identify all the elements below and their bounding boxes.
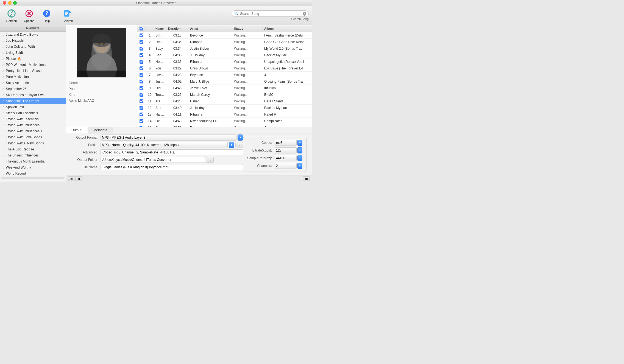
bitrate-select-wrap: 128 ▼ bbox=[275, 147, 302, 153]
convert-button[interactable]: Convert bbox=[60, 7, 76, 24]
sidebar-item-taylor-swift-essentials[interactable]: ♫ Taylor Swift Essentials bbox=[0, 116, 66, 122]
sidebar-item-the-shires-influences[interactable]: ♫ The Shires: Influences bbox=[0, 152, 66, 158]
sidebar-item-six-degrees-taylor-swift[interactable]: ♫ Six Degrees of Taylor Swif bbox=[0, 92, 66, 98]
row-checkbox-cell[interactable] bbox=[137, 52, 146, 58]
sidebar-item-taylor-swift-love-songs[interactable]: ♫ Taylor Swift: Love Songs bbox=[0, 134, 66, 140]
row-artist: Jamie Foxx bbox=[188, 85, 232, 91]
close-button[interactable] bbox=[3, 1, 6, 5]
help-button[interactable]: ? Help bbox=[38, 7, 55, 24]
row-checkbox-cell[interactable] bbox=[137, 33, 146, 38]
sidebar-scrollbar[interactable] bbox=[1, 177, 65, 179]
tab-metadata[interactable]: Metadata bbox=[88, 127, 113, 133]
samplerate-select[interactable]: 44100 bbox=[275, 155, 297, 161]
row-checkbox[interactable] bbox=[140, 106, 143, 110]
row-checkbox[interactable] bbox=[140, 86, 143, 90]
maximize-button[interactable] bbox=[13, 1, 17, 5]
row-checkbox-cell[interactable] bbox=[137, 85, 146, 91]
sidebar-item-taylor-swifts-new-songs[interactable]: ♫ Taylor Swift's "New Songs bbox=[0, 140, 66, 146]
sidebar-item-steely-dan-essentials[interactable]: ♫ Steely Dan Essentials bbox=[0, 110, 66, 116]
sidebar-item-living-spirit[interactable]: ♫ Living Spirit bbox=[0, 50, 66, 56]
sidebar-item-thelonious-monk-essential[interactable]: ♫ Thelonious Monk Essential bbox=[0, 158, 66, 164]
row-checkbox-cell[interactable] bbox=[137, 99, 146, 104]
footer-pause-button[interactable]: ⏸ bbox=[75, 176, 82, 181]
sidebar-item-spoken-text[interactable]: ♫ Spoken Text bbox=[0, 104, 66, 110]
codec-select[interactable]: mp3 bbox=[275, 140, 297, 146]
row-checkbox[interactable] bbox=[140, 99, 143, 103]
sidebar-item-sax-y-acordeon[interactable]: ♫ Sax y Acordeón bbox=[0, 80, 66, 86]
row-checkbox-cell[interactable] bbox=[137, 39, 146, 45]
window-controls[interactable] bbox=[3, 1, 17, 5]
channels-select[interactable]: 2 bbox=[275, 163, 297, 169]
row-name: Umbrella (feat. JAY Z) bbox=[154, 39, 166, 45]
footer-prev-button[interactable]: ⏮ bbox=[68, 176, 75, 181]
row-checkbox-cell[interactable] bbox=[137, 105, 146, 111]
options-button[interactable]: Options bbox=[21, 7, 37, 24]
row-checkbox[interactable] bbox=[140, 53, 143, 57]
channels-arrow[interactable]: ▼ bbox=[297, 163, 302, 169]
sidebar-item-pistear[interactable]: ♫ Pistear 🔥 bbox=[0, 56, 66, 62]
browse-button[interactable]: ... bbox=[206, 157, 214, 163]
row-artist: Nivea featuring Lil... bbox=[188, 118, 232, 124]
row-checkbox-cell[interactable] bbox=[137, 79, 146, 84]
row-checkbox[interactable] bbox=[140, 47, 143, 51]
search-input[interactable] bbox=[240, 12, 302, 16]
row-checkbox-cell[interactable] bbox=[137, 46, 146, 51]
profile-select[interactable]: MP3 - Normal Quality( 44100 Hz, stereo ,… bbox=[101, 142, 228, 148]
bitrate-arrow[interactable]: ▼ bbox=[297, 147, 302, 153]
row-checkbox-cell[interactable] bbox=[137, 112, 146, 117]
sidebar-item-pop-workout[interactable]: ♫ POP Workout - Motivationa bbox=[0, 62, 66, 68]
sidebar-item-pure-motivation[interactable]: ♫ Pure Motivation bbox=[0, 74, 66, 80]
row-checkbox[interactable] bbox=[140, 93, 143, 97]
output-format-select[interactable]: MP3 - MPEG-1 Audio Layer 3 bbox=[101, 135, 236, 141]
row-artist: Mariah Carey bbox=[188, 92, 232, 97]
row-name: Single Ladies (Put a Ring on It) bbox=[154, 33, 166, 38]
sidebar-item-jazz-david-bowie[interactable]: ♫ Jazz and David Bowie bbox=[0, 32, 66, 38]
row-checkbox-cell[interactable] bbox=[137, 92, 146, 97]
footer-end-button[interactable]: ⏭ bbox=[303, 176, 310, 181]
svg-point-17 bbox=[103, 43, 105, 45]
sidebar-item-pretty-little-liars[interactable]: ♫ Pretty Little Liars, Season bbox=[0, 68, 66, 74]
row-album: I Am... Sasha Fierce (Delu bbox=[263, 33, 312, 38]
sidebar-item-the-a-list-reggae[interactable]: ♫ The A-List: Reggae bbox=[0, 146, 66, 152]
row-checkbox[interactable] bbox=[140, 119, 143, 123]
sidebar-item-world-record[interactable]: ♫ World Record bbox=[0, 170, 66, 177]
search-clear-button[interactable]: ✕ bbox=[303, 12, 306, 16]
profile-arrow[interactable]: ▼ bbox=[229, 142, 234, 148]
row-checkbox[interactable] bbox=[140, 40, 143, 44]
bitrate-select[interactable]: 128 bbox=[275, 147, 297, 153]
row-album: Complicated bbox=[263, 118, 312, 124]
refresh-button[interactable]: Refresh bbox=[3, 7, 20, 24]
row-checkbox-cell[interactable] bbox=[137, 59, 146, 65]
row-checkbox[interactable] bbox=[140, 66, 143, 70]
file-name-input[interactable] bbox=[101, 164, 243, 170]
sidebar-item-taylor-swift-influences-1[interactable]: ♫ Taylor Swift: Influences 1 bbox=[0, 128, 66, 134]
sidebar-item-joe-hisaishi[interactable]: ♫ Joe Hisaishi bbox=[0, 38, 66, 44]
row-checkbox[interactable] bbox=[140, 60, 143, 64]
output-format-arrow[interactable]: ▼ bbox=[238, 135, 243, 141]
sidebar-item-weekend-worthy[interactable]: ♫ Weekend Worthy bbox=[0, 164, 66, 170]
output-folder-input[interactable] bbox=[101, 157, 205, 163]
advanced-input[interactable] bbox=[101, 149, 243, 155]
row-checkbox-cell[interactable] bbox=[137, 125, 146, 127]
row-checkbox-cell[interactable] bbox=[137, 118, 146, 124]
bottom-footer: ⏮ ⏸ ⏭ bbox=[66, 175, 312, 182]
profile-minus-button[interactable]: - bbox=[235, 142, 243, 148]
row-checkbox[interactable] bbox=[140, 80, 143, 83]
minimize-button[interactable] bbox=[8, 1, 12, 5]
codec-arrow[interactable]: ▼ bbox=[297, 140, 302, 146]
row-checkbox[interactable] bbox=[140, 113, 143, 116]
row-checkbox[interactable] bbox=[140, 73, 143, 77]
row-checkbox-cell[interactable] bbox=[137, 66, 146, 71]
sidebar-item-songbook-the-dream[interactable]: ♫ Songbook: The-Dream bbox=[0, 98, 66, 104]
sidebar-item-september-26[interactable]: ♫ September 26: bbox=[0, 86, 66, 92]
tab-output[interactable]: Output: bbox=[66, 127, 88, 133]
row-checkbox-cell[interactable] bbox=[137, 72, 146, 78]
row-checkbox[interactable] bbox=[140, 33, 143, 37]
select-all-checkbox[interactable] bbox=[140, 27, 143, 30]
sidebar-item-john-coltrane[interactable]: ♫ John Coltrane: With bbox=[0, 44, 66, 50]
th-checkbox[interactable] bbox=[137, 26, 146, 31]
sidebar-item-taylor-swift-influences[interactable]: ♫ Taylor Swift: Influences bbox=[0, 122, 66, 128]
toolbar: Refresh Options ? Help bbox=[0, 6, 312, 25]
row-album: Intuition bbox=[263, 85, 312, 91]
samplerate-arrow[interactable]: ▼ bbox=[297, 155, 302, 161]
